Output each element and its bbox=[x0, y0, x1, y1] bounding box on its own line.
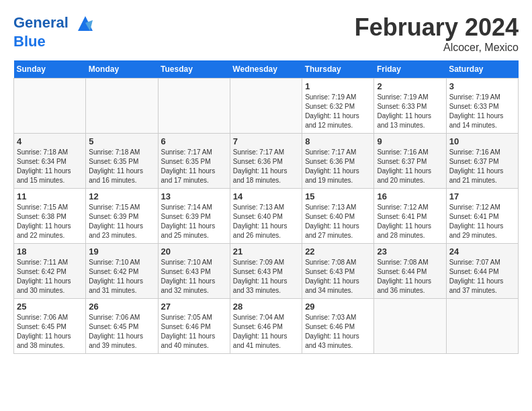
week-row-2: 4Sunrise: 7:18 AMSunset: 6:34 PMDaylight… bbox=[14, 134, 519, 189]
weekday-thursday: Thursday bbox=[302, 60, 374, 79]
calendar-cell bbox=[158, 79, 230, 134]
day-info: Sunrise: 7:19 AMSunset: 6:33 PMDaylight:… bbox=[449, 93, 515, 130]
day-number: 1 bbox=[305, 81, 371, 91]
day-info: Sunrise: 7:17 AMSunset: 6:36 PMDaylight:… bbox=[305, 148, 371, 185]
weekday-monday: Monday bbox=[86, 60, 158, 79]
day-number: 16 bbox=[377, 191, 443, 201]
day-number: 18 bbox=[17, 246, 83, 257]
day-info: Sunrise: 7:15 AMSunset: 6:39 PMDaylight:… bbox=[89, 203, 154, 240]
calendar-cell bbox=[230, 79, 302, 134]
week-row-3: 11Sunrise: 7:15 AMSunset: 6:38 PMDayligh… bbox=[14, 189, 519, 244]
page-header: General Blue February 2024 Alcocer, Mexi… bbox=[13, 13, 519, 54]
logo-icon bbox=[75, 13, 95, 34]
day-number: 12 bbox=[89, 191, 154, 201]
day-info: Sunrise: 7:03 AMSunset: 6:46 PMDaylight:… bbox=[305, 313, 371, 351]
week-row-4: 18Sunrise: 7:11 AMSunset: 6:42 PMDayligh… bbox=[14, 244, 519, 299]
location-title: Alcocer, Mexico bbox=[355, 42, 519, 54]
calendar-cell: 15Sunrise: 7:13 AMSunset: 6:40 PMDayligh… bbox=[302, 189, 374, 244]
calendar-cell: 11Sunrise: 7:15 AMSunset: 6:38 PMDayligh… bbox=[14, 189, 86, 244]
day-number: 14 bbox=[233, 191, 299, 201]
calendar-cell: 3Sunrise: 7:19 AMSunset: 6:33 PMDaylight… bbox=[446, 79, 518, 134]
day-number: 13 bbox=[161, 191, 227, 201]
day-info: Sunrise: 7:16 AMSunset: 6:37 PMDaylight:… bbox=[449, 148, 515, 185]
calendar-cell: 19Sunrise: 7:10 AMSunset: 6:42 PMDayligh… bbox=[86, 244, 158, 299]
calendar-cell: 28Sunrise: 7:04 AMSunset: 6:46 PMDayligh… bbox=[230, 299, 302, 354]
day-info: Sunrise: 7:14 AMSunset: 6:39 PMDaylight:… bbox=[161, 203, 227, 240]
weekday-tuesday: Tuesday bbox=[158, 60, 230, 79]
calendar-cell: 2Sunrise: 7:19 AMSunset: 6:33 PMDaylight… bbox=[374, 79, 446, 134]
day-info: Sunrise: 7:04 AMSunset: 6:46 PMDaylight:… bbox=[233, 313, 299, 351]
calendar-cell bbox=[374, 299, 446, 354]
calendar-table: SundayMondayTuesdayWednesdayThursdayFrid… bbox=[13, 60, 519, 354]
day-info: Sunrise: 7:19 AMSunset: 6:32 PMDaylight:… bbox=[305, 93, 371, 130]
calendar-cell: 20Sunrise: 7:10 AMSunset: 6:43 PMDayligh… bbox=[158, 244, 230, 299]
day-number: 11 bbox=[17, 191, 83, 201]
day-number: 25 bbox=[17, 302, 83, 312]
calendar-cell: 16Sunrise: 7:12 AMSunset: 6:41 PMDayligh… bbox=[374, 189, 446, 244]
day-number: 23 bbox=[377, 246, 443, 257]
day-info: Sunrise: 7:18 AMSunset: 6:35 PMDaylight:… bbox=[89, 148, 154, 185]
calendar-cell: 1Sunrise: 7:19 AMSunset: 6:32 PMDaylight… bbox=[302, 79, 374, 134]
day-number: 22 bbox=[305, 246, 371, 257]
day-number: 8 bbox=[305, 136, 371, 146]
calendar-cell: 29Sunrise: 7:03 AMSunset: 6:46 PMDayligh… bbox=[302, 299, 374, 354]
day-number: 3 bbox=[449, 81, 515, 91]
day-info: Sunrise: 7:09 AMSunset: 6:43 PMDaylight:… bbox=[233, 258, 299, 295]
day-info: Sunrise: 7:10 AMSunset: 6:42 PMDaylight:… bbox=[89, 258, 154, 295]
calendar-cell: 5Sunrise: 7:18 AMSunset: 6:35 PMDaylight… bbox=[86, 134, 158, 189]
day-info: Sunrise: 7:06 AMSunset: 6:45 PMDaylight:… bbox=[89, 313, 154, 351]
day-info: Sunrise: 7:12 AMSunset: 6:41 PMDaylight:… bbox=[377, 203, 443, 240]
day-number: 6 bbox=[161, 136, 227, 146]
month-title: February 2024 bbox=[355, 13, 519, 42]
week-row-5: 25Sunrise: 7:06 AMSunset: 6:45 PMDayligh… bbox=[14, 299, 519, 354]
day-number: 7 bbox=[233, 136, 299, 146]
day-number: 10 bbox=[449, 136, 515, 146]
day-number: 5 bbox=[89, 136, 154, 146]
calendar-cell: 13Sunrise: 7:14 AMSunset: 6:39 PMDayligh… bbox=[158, 189, 230, 244]
logo: General Blue bbox=[13, 13, 95, 50]
day-number: 9 bbox=[377, 136, 443, 146]
calendar-cell: 7Sunrise: 7:17 AMSunset: 6:36 PMDaylight… bbox=[230, 134, 302, 189]
day-info: Sunrise: 7:06 AMSunset: 6:45 PMDaylight:… bbox=[17, 313, 83, 351]
calendar-cell: 23Sunrise: 7:08 AMSunset: 6:44 PMDayligh… bbox=[374, 244, 446, 299]
day-info: Sunrise: 7:07 AMSunset: 6:44 PMDaylight:… bbox=[449, 258, 515, 295]
calendar-cell: 24Sunrise: 7:07 AMSunset: 6:44 PMDayligh… bbox=[446, 244, 518, 299]
calendar-cell: 22Sunrise: 7:08 AMSunset: 6:43 PMDayligh… bbox=[302, 244, 374, 299]
day-number: 27 bbox=[161, 302, 227, 312]
calendar-cell: 26Sunrise: 7:06 AMSunset: 6:45 PMDayligh… bbox=[86, 299, 158, 354]
calendar-cell: 14Sunrise: 7:13 AMSunset: 6:40 PMDayligh… bbox=[230, 189, 302, 244]
weekday-wednesday: Wednesday bbox=[230, 60, 302, 79]
day-info: Sunrise: 7:10 AMSunset: 6:43 PMDaylight:… bbox=[161, 258, 227, 295]
calendar-cell: 9Sunrise: 7:16 AMSunset: 6:37 PMDaylight… bbox=[374, 134, 446, 189]
day-info: Sunrise: 7:16 AMSunset: 6:37 PMDaylight:… bbox=[377, 148, 443, 185]
calendar-cell: 21Sunrise: 7:09 AMSunset: 6:43 PMDayligh… bbox=[230, 244, 302, 299]
day-info: Sunrise: 7:05 AMSunset: 6:46 PMDaylight:… bbox=[161, 313, 227, 351]
calendar-cell: 27Sunrise: 7:05 AMSunset: 6:46 PMDayligh… bbox=[158, 299, 230, 354]
calendar-cell: 18Sunrise: 7:11 AMSunset: 6:42 PMDayligh… bbox=[14, 244, 86, 299]
week-row-1: 1Sunrise: 7:19 AMSunset: 6:32 PMDaylight… bbox=[14, 79, 519, 134]
day-info: Sunrise: 7:13 AMSunset: 6:40 PMDaylight:… bbox=[233, 203, 299, 240]
day-number: 2 bbox=[377, 81, 443, 91]
day-info: Sunrise: 7:17 AMSunset: 6:36 PMDaylight:… bbox=[233, 148, 299, 185]
calendar-cell bbox=[446, 299, 518, 354]
calendar-cell: 25Sunrise: 7:06 AMSunset: 6:45 PMDayligh… bbox=[14, 299, 86, 354]
calendar-cell: 8Sunrise: 7:17 AMSunset: 6:36 PMDaylight… bbox=[302, 134, 374, 189]
day-number: 26 bbox=[89, 302, 154, 312]
day-info: Sunrise: 7:19 AMSunset: 6:33 PMDaylight:… bbox=[377, 93, 443, 130]
day-info: Sunrise: 7:08 AMSunset: 6:43 PMDaylight:… bbox=[305, 258, 371, 295]
day-info: Sunrise: 7:13 AMSunset: 6:40 PMDaylight:… bbox=[305, 203, 371, 240]
title-block: February 2024 Alcocer, Mexico bbox=[355, 13, 519, 54]
logo-blue-text: Blue bbox=[13, 34, 95, 50]
weekday-saturday: Saturday bbox=[446, 60, 518, 79]
day-number: 29 bbox=[305, 302, 371, 312]
day-info: Sunrise: 7:11 AMSunset: 6:42 PMDaylight:… bbox=[17, 258, 83, 295]
logo-text: General bbox=[13, 13, 95, 34]
day-info: Sunrise: 7:18 AMSunset: 6:34 PMDaylight:… bbox=[17, 148, 83, 185]
day-info: Sunrise: 7:12 AMSunset: 6:41 PMDaylight:… bbox=[449, 203, 515, 240]
day-number: 28 bbox=[233, 302, 299, 312]
calendar-cell bbox=[14, 79, 86, 134]
day-number: 17 bbox=[449, 191, 515, 201]
weekday-header-row: SundayMondayTuesdayWednesdayThursdayFrid… bbox=[14, 60, 519, 79]
weekday-sunday: Sunday bbox=[14, 60, 86, 79]
calendar-cell: 6Sunrise: 7:17 AMSunset: 6:35 PMDaylight… bbox=[158, 134, 230, 189]
